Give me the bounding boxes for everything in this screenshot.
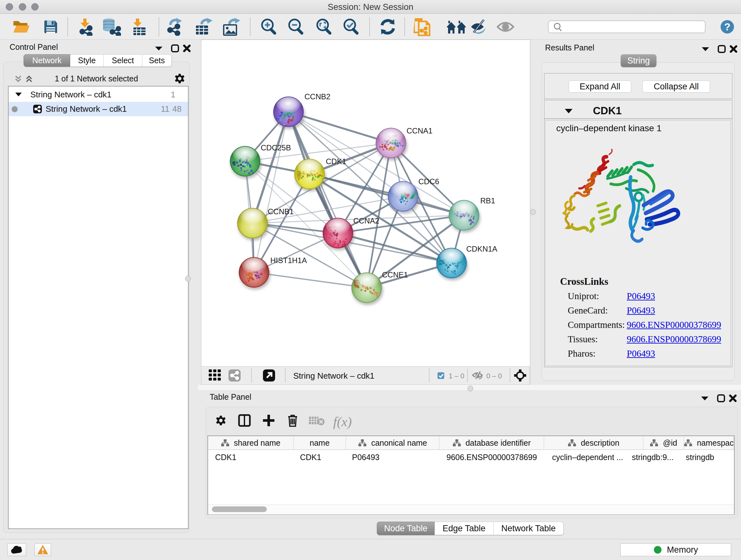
svg-text:?: ? [724,21,731,33]
svg-text:CDKN1A: CDKN1A [466,245,497,253]
svg-text:CCNB2: CCNB2 [305,92,330,101]
svg-text:RB1: RB1 [480,196,495,205]
svg-text:CCNE1: CCNE1 [382,270,408,279]
svg-text:CCNA2: CCNA2 [353,216,379,225]
svg-text:HIST1H1A: HIST1H1A [270,256,307,265]
svg-text:CCNB1: CCNB1 [268,207,293,216]
svg-text:CDC25B: CDC25B [261,143,291,152]
svg-text:CDK1: CDK1 [326,157,346,166]
svg-text:CDC6: CDC6 [418,177,439,186]
svg-text:CCNA1: CCNA1 [407,126,432,135]
